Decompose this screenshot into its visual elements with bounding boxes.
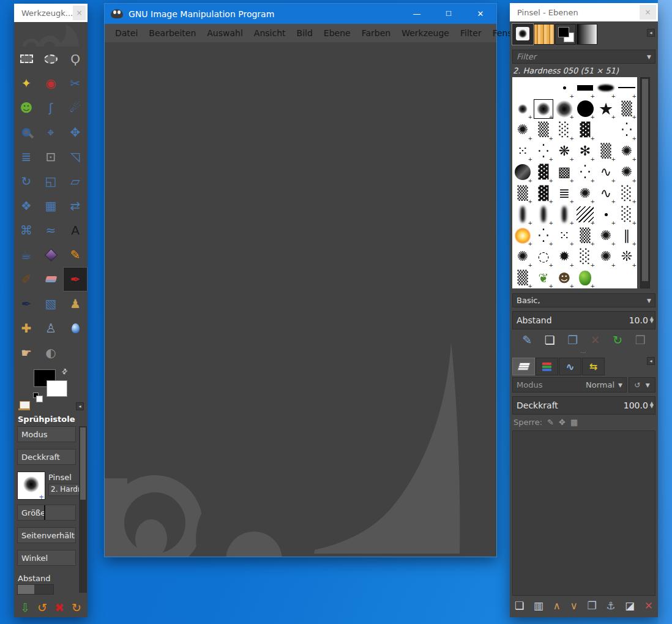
brush-cell[interactable]: ✻ <box>575 141 595 162</box>
brush-cell[interactable] <box>512 225 533 247</box>
tool-scale[interactable]: ◱ <box>39 169 63 194</box>
swap-colors-icon[interactable]: ⇄ <box>60 367 69 377</box>
menu-ebene[interactable]: Ebene <box>318 28 356 38</box>
opacity-spinner[interactable]: ▲▼ <box>650 402 654 408</box>
brush-cell[interactable] <box>512 162 533 183</box>
brush-cell[interactable]: ░ <box>616 204 637 225</box>
delete-tool-preset-button[interactable]: ✖ <box>54 602 64 614</box>
brush-cell[interactable]: ⁛ <box>575 162 595 183</box>
default-colors-icon[interactable] <box>33 393 39 398</box>
brush-cell[interactable]: ▒ <box>533 119 554 141</box>
menu-filter[interactable]: Filter <box>455 28 487 38</box>
tool-ink[interactable]: ✒ <box>14 291 39 316</box>
brush-cell[interactable] <box>512 204 533 225</box>
brush-cell[interactable]: ▒ <box>575 225 595 247</box>
main-titlebar[interactable]: GNU Image Manipulation Program — ☐ ✕ <box>105 4 496 24</box>
lock-position-icon[interactable]: ✥ <box>559 418 566 427</box>
tool-cage-transform[interactable]: ⌘ <box>14 218 39 242</box>
brush-cell[interactable] <box>595 204 616 225</box>
brushes-menu-button[interactable]: ◂ <box>647 29 655 37</box>
new-brush-button[interactable]: ❏ <box>545 334 555 346</box>
blend-space-dropdown[interactable]: ↺ ▼ <box>629 377 655 393</box>
brush-cell[interactable] <box>595 119 616 141</box>
tool-handle-transform[interactable]: ❖ <box>14 194 39 218</box>
menu-auswahl[interactable]: Auswahl <box>201 28 248 38</box>
brush-cell[interactable] <box>595 77 616 99</box>
brush-cell[interactable] <box>554 77 575 99</box>
brush-cell[interactable]: ░ <box>575 246 595 268</box>
spacing-slider[interactable] <box>17 584 54 595</box>
tool-clone[interactable]: ♟ <box>63 291 88 316</box>
brush-cell[interactable]: ▒ <box>512 183 533 205</box>
new-layer-group-button[interactable]: ▥ <box>534 601 543 611</box>
tool-options-menu-button[interactable]: ◂ <box>76 402 84 410</box>
refresh-brushes-button[interactable]: ↻ <box>613 334 622 346</box>
brush-cell[interactable]: ≣ <box>554 183 575 205</box>
tab-patterns[interactable] <box>534 24 554 45</box>
brush-cell[interactable]: ⁛ <box>533 141 554 162</box>
tool-select-by-color[interactable]: ◉ <box>39 71 63 96</box>
tool-mypaint-brush[interactable]: ▧ <box>39 291 63 316</box>
tool-airbrush[interactable]: ✒ <box>63 267 88 291</box>
save-tool-preset-button[interactable]: ⇩ <box>20 602 30 614</box>
duplicate-layer-button[interactable]: ❐ <box>587 601 596 611</box>
menu-farben[interactable]: Farben <box>356 28 396 38</box>
layer-list[interactable] <box>512 430 655 596</box>
brush-cell[interactable] <box>554 204 575 225</box>
brush-cell[interactable] <box>512 77 533 99</box>
tab-brushes[interactable] <box>512 24 533 45</box>
reset-tool-options-button[interactable]: ↻ <box>72 602 81 614</box>
brush-cell[interactable]: ░ <box>554 119 575 141</box>
dock-close-button[interactable]: × <box>640 5 656 20</box>
brush-cell[interactable] <box>533 204 554 225</box>
tab-colors[interactable] <box>555 24 576 45</box>
delete-layer-button[interactable]: ✕ <box>644 601 653 611</box>
close-button[interactable]: ✕ <box>465 4 496 24</box>
brush-cell[interactable] <box>533 99 554 120</box>
brush-cell[interactable]: ▓ <box>575 119 595 141</box>
delete-brush-button[interactable]: ✕ <box>591 334 600 346</box>
lock-pixels-icon[interactable]: ✎ <box>547 418 554 427</box>
open-brush-as-image-button[interactable]: ❒ <box>635 334 646 346</box>
tool-ellipse-select[interactable] <box>39 47 63 71</box>
tab-channels[interactable] <box>536 358 558 375</box>
edit-brush-button[interactable]: ✎ <box>522 334 532 346</box>
layer-mode-dropdown[interactable]: Modus Normal ▼ <box>512 377 627 393</box>
mode-dropdown[interactable]: Modus <box>17 426 76 442</box>
brush-preview-thumbnail[interactable] <box>17 472 45 500</box>
layer-opacity-row[interactable]: Deckkraft 100.0 ▲▼ <box>512 396 655 415</box>
brush-cell[interactable]: ▒ <box>595 141 616 162</box>
tool-bucket-fill[interactable]: ☕ <box>14 242 39 267</box>
dock-titlebar[interactable]: Pinsel - Ebenen × <box>510 3 658 21</box>
angle-slider[interactable]: Winkel <box>17 550 76 566</box>
brush-cell[interactable]: ❊ <box>616 246 637 268</box>
brush-cell[interactable]: ▒ <box>616 99 637 120</box>
tool-paths[interactable]: ʃ <box>39 96 63 120</box>
spacing-spinner[interactable]: ▲▼ <box>650 317 654 323</box>
brush-cell[interactable]: ∥ <box>616 225 637 247</box>
tool-unified-transform[interactable]: ◹ <box>63 145 88 169</box>
tool-pencil[interactable]: ✎ <box>63 242 88 267</box>
tab-layers[interactable] <box>512 358 535 375</box>
brush-filter-input[interactable]: Filter ▼ <box>512 50 655 64</box>
tool-fuzzy-select[interactable]: ✦ <box>14 71 39 96</box>
brush-cell[interactable]: ✺ <box>595 246 616 268</box>
menu-datei[interactable]: Datei <box>110 28 143 38</box>
brush-cell[interactable]: ∿ <box>595 162 616 183</box>
brush-cell[interactable] <box>616 77 637 99</box>
brush-grid-scrollbar[interactable] <box>640 77 650 288</box>
tool-rotate[interactable]: ↻ <box>14 169 39 194</box>
new-layer-button[interactable]: ❏ <box>515 601 524 611</box>
brush-cell[interactable]: ▓ <box>533 162 554 183</box>
tab-paths[interactable]: ∿ <box>559 358 581 375</box>
tab-gradients[interactable] <box>577 24 597 45</box>
duplicate-brush-button[interactable]: ❐ <box>567 334 578 346</box>
brush-cell[interactable]: ⁙ <box>512 141 533 162</box>
brush-cell[interactable]: ✺ <box>512 246 533 268</box>
menu-ansicht[interactable]: Ansicht <box>248 28 291 38</box>
tool-text[interactable]: A <box>63 218 88 242</box>
background-color-swatch[interactable] <box>47 380 67 397</box>
brush-cell[interactable]: ▩ <box>554 162 575 183</box>
brush-cell[interactable]: ☻ <box>554 268 575 289</box>
brush-cell[interactable] <box>575 268 595 289</box>
